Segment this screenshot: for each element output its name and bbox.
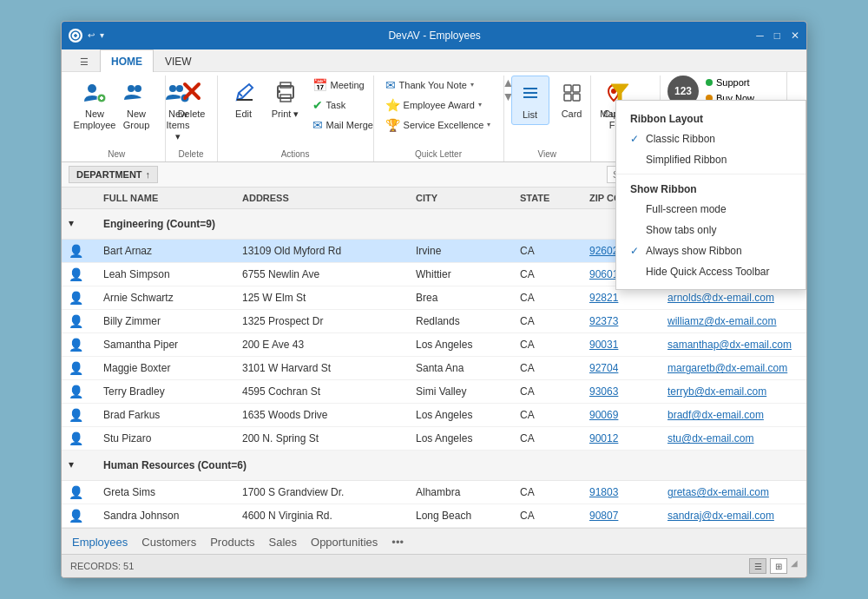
popup-hide-toolbar[interactable]: Hide Quick Access Toolbar: [616, 261, 806, 282]
col-city[interactable]: CITY: [409, 193, 513, 203]
meeting-btn[interactable]: 📅 Meeting: [308, 76, 378, 95]
ribbon-group-actions-content: Edit Print ▾ 📅: [225, 76, 366, 147]
row-email[interactable]: samanthap@dx-email.com: [661, 334, 806, 355]
row-city: Santa Ana: [409, 358, 513, 378]
group-chevron[interactable]: ▾: [62, 214, 96, 234]
col-state[interactable]: STATE: [513, 193, 582, 203]
row-zip[interactable]: 90012: [582, 428, 661, 449]
minimize-btn[interactable]: ─: [756, 30, 764, 42]
tab-more[interactable]: •••: [391, 536, 404, 549]
row-zip[interactable]: 90807: [582, 505, 661, 526]
classic-check: ✓: [630, 133, 646, 145]
hr-chevron[interactable]: ▾: [62, 455, 96, 476]
row-email[interactable]: gretas@dx-email.com: [661, 482, 806, 503]
tab-sales[interactable]: Sales: [268, 536, 297, 549]
list-view-btn[interactable]: List: [511, 76, 549, 125]
window-controls: ─ □ ✕: [756, 30, 799, 42]
table-row[interactable]: 👤 Arnie Schwartz 125 W Elm St Brea CA 92…: [62, 286, 806, 310]
tab-opportunities[interactable]: Opportunities: [311, 536, 378, 549]
new-employee-btn[interactable]: NewEmployee: [76, 76, 114, 135]
mail-merge-btn[interactable]: ✉ Mail Merge: [308, 115, 378, 135]
row-email[interactable]: terryb@dx-email.com: [661, 381, 806, 402]
table-row[interactable]: 👤 Sandra Johnson 4600 N Virginia Rd. Lon…: [62, 504, 806, 528]
row-zip[interactable]: 92704: [582, 358, 661, 378]
row-email[interactable]: sandraj@dx-email.com: [661, 505, 806, 526]
table-row[interactable]: 👤 Stu Pizaro 200 N. Spring St Los Angele…: [62, 427, 806, 451]
thank-you-note-btn[interactable]: ✉ Thank You Note ▾: [381, 76, 496, 95]
main-window: ↩ ▾ DevAV - Employees ─ □ ✕ ☰ HOME VIEW: [61, 21, 807, 579]
row-zip[interactable]: 90031: [582, 334, 661, 355]
col-address[interactable]: ADDRESS: [235, 193, 409, 203]
row-address: 1325 Prospect Dr: [235, 311, 409, 332]
tab-home[interactable]: ☰: [69, 50, 100, 72]
card-view-btn[interactable]: Card: [553, 76, 591, 123]
tab-customers[interactable]: Customers: [141, 536, 196, 549]
popup-tabs-only[interactable]: Show tabs only: [616, 220, 806, 240]
table-row[interactable]: 👤 Billy Zimmer 1325 Prospect Dr Redlands…: [62, 310, 806, 333]
table-row[interactable]: 👤 Brad Farkus 1635 Woods Drive Los Angel…: [62, 404, 806, 427]
svg-rect-16: [573, 85, 580, 92]
edit-icon: [230, 79, 258, 107]
popup-classic-ribbon[interactable]: ✓ Classic Ribbon: [616, 128, 806, 149]
tab-products[interactable]: Products: [210, 536, 254, 549]
bottom-tabs: Employees Customers Products Sales Oppor…: [62, 528, 806, 554]
row-icon: 👤: [62, 427, 96, 450]
row-name: Samantha Piper: [96, 334, 235, 355]
table-row[interactable]: 👤 Maggie Boxter 3101 W Harvard St Santa …: [62, 357, 806, 380]
quick-access-toolbar: ↩ ▾: [88, 30, 104, 40]
row-zip[interactable]: 92373: [582, 311, 661, 332]
row-zip[interactable]: 90069: [582, 405, 661, 425]
card-mode-btn[interactable]: ⊞: [770, 558, 787, 574]
task-btn[interactable]: ✔ Task: [308, 95, 378, 115]
support-btn[interactable]: Support: [702, 76, 758, 89]
quick-undo-btn[interactable]: ↩: [88, 30, 95, 40]
row-email[interactable]: bradf@dx-email.com: [661, 405, 806, 425]
maximize-btn[interactable]: □: [774, 30, 780, 42]
table-row[interactable]: 👤 Terry Bradley 4595 Cochran St Simi Val…: [62, 380, 806, 404]
table-row[interactable]: 👤 Samantha Piper 200 E Ave 43 Los Angele…: [62, 333, 806, 357]
quick-dropdown-btn[interactable]: ▾: [100, 30, 104, 40]
row-email[interactable]: margaretb@dx-email.com: [661, 358, 806, 378]
row-icon: 👤: [62, 380, 96, 403]
new-group-btn[interactable]: NewGroup: [117, 76, 155, 135]
support-dot: [706, 79, 713, 86]
svg-rect-14: [523, 96, 537, 98]
ribbon-group-actions-label: Actions: [225, 146, 366, 161]
close-btn[interactable]: ✕: [791, 30, 799, 42]
meeting-icon: 📅: [312, 78, 327, 92]
row-email[interactable]: stu@dx-email.com: [661, 428, 806, 449]
svg-rect-18: [573, 94, 580, 101]
list-mode-btn[interactable]: ☰: [749, 558, 766, 574]
delete-label: Delete: [178, 109, 206, 120]
employee-award-btn[interactable]: ⭐ Employee Award ▾: [381, 95, 496, 115]
records-count: RECORDS: 51: [70, 561, 134, 571]
hr-group-name: Human Resources (Count=6): [96, 455, 806, 476]
print-btn[interactable]: Print ▾: [266, 76, 305, 123]
delete-btn[interactable]: Delete: [173, 76, 211, 123]
col-fullname[interactable]: FULL NAME: [96, 193, 235, 203]
row-zip[interactable]: 93063: [582, 381, 661, 402]
row-email[interactable]: arnolds@dx-email.com: [661, 287, 806, 308]
popup-fullscreen[interactable]: Full-screen mode: [616, 199, 806, 220]
row-city: Irvine: [409, 240, 513, 261]
tab-view[interactable]: VIEW: [154, 49, 203, 72]
row-state: CA: [513, 381, 582, 402]
hr-rows: 👤 Greta Sims 1700 S Grandview Dr. Alhamb…: [62, 481, 806, 528]
table-row[interactable]: 👤 Greta Sims 1700 S Grandview Dr. Alhamb…: [62, 481, 806, 504]
new-group-label: NewGroup: [123, 109, 150, 131]
tab-employees[interactable]: Employees: [72, 536, 128, 549]
edit-btn[interactable]: Edit: [225, 76, 263, 123]
tab-home-label[interactable]: HOME: [100, 49, 154, 72]
row-zip[interactable]: 92821: [582, 287, 661, 308]
popup-always-show[interactable]: ✓ Always show Ribbon: [616, 240, 806, 261]
service-excellence-btn[interactable]: 🏆 Service Excellence ▾: [381, 115, 496, 135]
popup-simplified-ribbon[interactable]: Simplified Ribbon: [616, 149, 806, 170]
row-email[interactable]: williamz@dx-email.com: [661, 311, 806, 332]
row-name: Stu Pizaro: [96, 428, 235, 449]
svg-point-1: [88, 84, 96, 93]
row-zip[interactable]: 91803: [582, 482, 661, 503]
row-name: Maggie Boxter: [96, 358, 235, 378]
resize-handle[interactable]: ◢: [791, 558, 798, 574]
ribbon-group-quick-letter: ✉ Thank You Note ▾ ⭐ Employee Award ▾ 🏆 …: [374, 76, 504, 162]
view-mode-buttons: ☰ ⊞ ◢: [749, 558, 798, 574]
